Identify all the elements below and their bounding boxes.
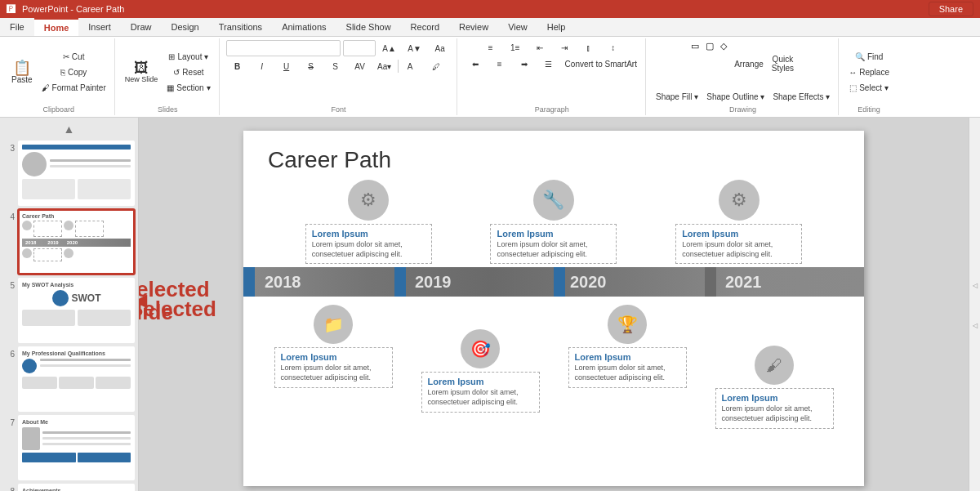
new-slide-button[interactable]: 🖼 New Slide bbox=[122, 48, 162, 96]
font-group: A▲ A▼ Aa B I U S S AV Aa▾ A 🖊 Font bbox=[221, 38, 457, 115]
slides-group: 🖼 New Slide ⊞ Layout ▾ ↺ Reset ▦ Section… bbox=[117, 38, 220, 115]
tab-insert[interactable]: Insert bbox=[78, 18, 121, 36]
font-size-input[interactable] bbox=[343, 40, 376, 56]
smartart-button[interactable]: Convert to SmartArt bbox=[562, 56, 640, 71]
paste-button[interactable]: 📋 Paste bbox=[8, 48, 36, 96]
align-right-button[interactable]: ➡ bbox=[513, 56, 536, 71]
tab-transitions[interactable]: Transitions bbox=[209, 18, 272, 36]
right-sidebar: ◁ ◁ bbox=[969, 118, 980, 491]
timeline-title-1: Lorem Ipsum bbox=[312, 229, 425, 239]
slide-canvas[interactable]: Career Path ⚙ Lorem Ipsum Lorem ipsum do… bbox=[243, 131, 864, 486]
select-button[interactable]: ⬚ Select ▾ bbox=[845, 80, 893, 95]
slide-num-3: 3 bbox=[3, 144, 15, 153]
numbering-button[interactable]: 1≡ bbox=[504, 40, 527, 55]
slide-thumb-5[interactable]: 5 My SWOT Analysis SWOT bbox=[3, 278, 135, 343]
strikethrough-button[interactable]: S bbox=[300, 59, 323, 74]
slide-thumb-4[interactable]: 4 Career Path 2018 2019 2020 bbox=[3, 209, 135, 275]
char-spacing-button[interactable]: AV bbox=[349, 59, 372, 74]
tab-review[interactable]: Review bbox=[449, 18, 498, 36]
shape-outline-button[interactable]: Shape Outline ▾ bbox=[703, 89, 768, 104]
slides-label: Slides bbox=[122, 104, 214, 114]
tab-record[interactable]: Record bbox=[401, 18, 449, 36]
underline-button[interactable]: U bbox=[275, 59, 298, 74]
tab-animations[interactable]: Animations bbox=[272, 18, 336, 36]
shadow-button[interactable]: S bbox=[324, 59, 347, 74]
timeline-box-1: Lorem Ipsum Lorem ipsum dolor sit amet, … bbox=[305, 224, 432, 264]
increase-indent-button[interactable]: ⇥ bbox=[553, 40, 576, 55]
title-bar-left: 🅿 PowerPoint - Career Path bbox=[7, 4, 124, 14]
layout-button[interactable]: ⊞ Layout ▾ bbox=[163, 49, 213, 64]
arrange-button[interactable]: Arrange bbox=[731, 40, 767, 87]
timeline-icon-b2: 🎯 bbox=[461, 329, 500, 368]
section-button[interactable]: ▦ Section ▾ bbox=[163, 80, 213, 95]
decrease-font-button[interactable]: A▼ bbox=[403, 41, 426, 56]
timeline-icon-3: ⚙ bbox=[719, 180, 760, 221]
tab-slideshow[interactable]: Slide Show bbox=[336, 18, 401, 36]
timeline-text-b4: Lorem ipsum dolor sit amet, consectetuer… bbox=[722, 404, 827, 423]
line-spacing-button[interactable]: ↕ bbox=[602, 40, 625, 55]
slide-img-8[interactable]: Achievements bbox=[18, 484, 135, 491]
timeline-title-b2: Lorem Ipsum bbox=[428, 377, 533, 386]
increase-font-button[interactable]: A▲ bbox=[378, 41, 401, 56]
slide-thumb-6[interactable]: 6 My Professional Qualifications bbox=[3, 346, 135, 412]
replace-button[interactable]: ↔ Replace bbox=[845, 65, 893, 79]
reset-button[interactable]: ↺ Reset bbox=[163, 65, 213, 79]
copy-button[interactable]: ⎘ Copy bbox=[38, 65, 109, 79]
slide-img-5[interactable]: My SWOT Analysis SWOT bbox=[18, 278, 135, 343]
tab-home[interactable]: Home bbox=[34, 18, 79, 36]
timeline-icon-2: 🔧 bbox=[533, 180, 574, 221]
shape-rounded-rect[interactable]: ▢ bbox=[703, 40, 716, 87]
tab-draw[interactable]: Draw bbox=[121, 18, 162, 36]
title-bar: 🅿 PowerPoint - Career Path Share bbox=[0, 0, 980, 18]
bold-button[interactable]: B bbox=[226, 59, 249, 74]
shape-diamond[interactable]: ◇ bbox=[718, 40, 729, 87]
sidebar-icon-2: ◁ bbox=[973, 322, 978, 329]
shape-rect[interactable]: ▭ bbox=[688, 40, 702, 87]
paragraph-label: Paragraph bbox=[464, 104, 640, 114]
clear-format-button[interactable]: Aa bbox=[429, 41, 452, 56]
highlight-button[interactable]: 🖊 bbox=[425, 59, 448, 74]
slide-area: Selected — ◄ Selected Slide Career Path bbox=[139, 118, 969, 491]
tab-design[interactable]: Design bbox=[161, 18, 208, 36]
font-name-input[interactable] bbox=[226, 40, 341, 56]
font-label: Font bbox=[226, 104, 452, 114]
format-painter-button[interactable]: 🖌 Format Painter bbox=[38, 80, 109, 95]
scroll-up-button[interactable]: ▲ bbox=[3, 121, 135, 137]
slide-thumb-3[interactable]: 3 bbox=[3, 141, 135, 206]
slide-thumb-7[interactable]: 7 About Me bbox=[3, 415, 135, 480]
editing-label: Editing bbox=[845, 104, 893, 114]
quick-styles-button[interactable]: QuickStyles bbox=[768, 40, 797, 87]
align-left-button[interactable]: ⬅ bbox=[464, 56, 487, 71]
align-center-button[interactable]: ≡ bbox=[488, 56, 511, 71]
slide-img-7[interactable]: About Me bbox=[18, 415, 135, 480]
tab-view[interactable]: View bbox=[498, 18, 537, 36]
slide-img-3[interactable] bbox=[18, 141, 135, 206]
ribbon-tabs: File Home Insert Draw Design Transitions… bbox=[0, 18, 980, 37]
italic-button[interactable]: I bbox=[251, 59, 274, 74]
slide-img-6[interactable]: My Professional Qualifications bbox=[18, 346, 135, 412]
year-bar: 2018 2019 2020 2021 bbox=[243, 267, 864, 297]
timeline-text-b1: Lorem ipsum dolor sit amet, consectetuer… bbox=[281, 364, 386, 382]
slide-img-4[interactable]: Career Path 2018 2019 2020 bbox=[18, 209, 135, 275]
justify-button[interactable]: ☰ bbox=[537, 56, 560, 71]
case-button[interactable]: Aa▾ bbox=[373, 59, 396, 74]
columns-button[interactable]: ⫿ bbox=[577, 40, 600, 55]
bullets-button[interactable]: ≡ bbox=[479, 40, 502, 55]
tab-file[interactable]: File bbox=[0, 18, 34, 36]
divider bbox=[398, 60, 399, 73]
find-button[interactable]: 🔍 Find bbox=[845, 49, 893, 64]
font-color-button[interactable]: A bbox=[400, 59, 423, 74]
slide-thumb-8[interactable]: 8 Achievements bbox=[3, 484, 135, 491]
timeline-item-bottom-3: 🏆 Lorem Ipsum Lorem ipsum dolor sit amet… bbox=[568, 305, 687, 387]
cut-button[interactable]: ✂ Cut bbox=[38, 49, 109, 64]
share-button[interactable]: Share bbox=[929, 2, 973, 16]
app-title: PowerPoint - Career Path bbox=[22, 4, 124, 14]
tab-help[interactable]: Help bbox=[537, 18, 576, 36]
shape-effects-button[interactable]: Shape Effects ▾ bbox=[769, 89, 833, 104]
timeline-icon-b3: 🏆 bbox=[608, 305, 647, 344]
shape-fill-button[interactable]: Shape Fill ▾ bbox=[653, 89, 702, 104]
timeline-icon-b1: 📁 bbox=[314, 305, 353, 344]
decrease-indent-button[interactable]: ⇤ bbox=[528, 40, 551, 55]
year-accent-2 bbox=[394, 267, 406, 297]
timeline-title-2: Lorem Ipsum bbox=[497, 229, 610, 239]
